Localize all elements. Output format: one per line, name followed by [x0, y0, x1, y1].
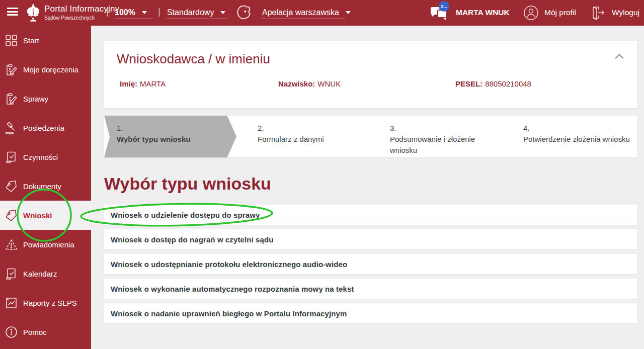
sidebar-item-label: Powiadomienia [23, 240, 74, 249]
wizard-step-3: 3. Podsumowanie i złożenie wniosku [390, 123, 480, 156]
sidebar-item-label: Raporty z SLPS [23, 299, 77, 307]
option-label: Wniosek o udzielenie dostępu do sprawy [111, 211, 260, 219]
sidebar-item-posiedzenia[interactable]: Posiedzenia [0, 113, 91, 142]
zoom-value: 100% [115, 8, 135, 17]
applicant-panel-title: Wnioskodawca / w imieniu [117, 51, 270, 67]
step-label: Wybór typu wniosku [117, 135, 190, 143]
chevron-down-icon [142, 11, 147, 14]
wizard-steps: 1. Wybór typu wniosku 2. Formularz z dan… [104, 116, 637, 157]
sidebar-item-wnioski[interactable]: Wnioski [0, 201, 91, 230]
clipboard-pencil-icon [5, 92, 18, 106]
step-label: Formularz z danymi [258, 135, 324, 143]
eagle-emblem-icon [26, 2, 41, 23]
step-label: Podsumowanie i złożenie wniosku [390, 135, 475, 154]
applicant-panel: Wnioskodawca / w imieniu Imię:MARTA Nazw… [104, 41, 637, 108]
chevron-down-icon [220, 11, 225, 14]
messages-icon: 2... [431, 4, 450, 21]
profile-label: Mój profil [544, 8, 576, 17]
option-wniosek-o-udzielenie-dostepu-do-sprawy[interactable]: Wniosek o udzielenie dostępu do sprawy [104, 205, 637, 225]
tag-icon [5, 209, 18, 222]
step-number: 4. [523, 123, 639, 134]
field-nazwisko: Nazwisko:WNUK [278, 79, 341, 88]
sidebar-item-label: Sprawy [23, 95, 48, 103]
field-label: PESEL: [455, 79, 482, 88]
step-number: 3. [390, 123, 480, 134]
sidebar-nav: Start Moje doręczenia Sprawy [0, 26, 91, 349]
page-title: Wybór typu wniosku [104, 174, 271, 194]
sidebar-item-label: Moje doręczenia [23, 65, 78, 74]
poland-map-icon [234, 4, 253, 22]
option-wniosek-o-dostep-do-nagran[interactable]: Wniosek o dostęp do nagrań w czytelni są… [104, 229, 637, 249]
step-number: 1. [117, 123, 227, 134]
option-wniosek-o-udostepnianie-protokolu[interactable]: Wniosek o udostępnianie protokołu elektr… [104, 254, 637, 274]
logout-button[interactable]: Wyloguj [590, 3, 639, 22]
chart-icon [5, 296, 18, 310]
profile-button[interactable]: Mój profil [523, 3, 576, 22]
messages-button[interactable]: 2... MARTA WNUK [431, 3, 510, 22]
sidebar-item-raporty-z-slps[interactable]: Raporty z SLPS [0, 288, 91, 317]
logout-label: Wyloguj [612, 8, 639, 17]
document-check-icon [5, 267, 18, 281]
sidebar-item-label: Dokumenty [23, 182, 61, 191]
sidebar-item-label: Czynności [23, 153, 58, 161]
field-label: Imię: [120, 79, 137, 88]
option-wniosek-o-rozpoznanie-mowy[interactable]: Wniosek o wykonanie automatycznego rozpo… [104, 279, 637, 299]
clipboard-pencil-icon [5, 63, 18, 76]
option-label: Wniosek o wykonanie automatycznego rozpo… [111, 285, 354, 293]
sidebar-item-start[interactable]: Start [0, 26, 91, 55]
grid-icon [5, 34, 18, 47]
wizard-step-1: 1. Wybór typu wniosku [117, 123, 227, 145]
profile-icon [523, 5, 539, 21]
field-label: Nazwisko: [278, 79, 315, 88]
wizard-step-4: 4. Potwierdzenie złożenia wniosku [523, 123, 639, 145]
step-label: Potwierdzenie złożenia wniosku [523, 135, 630, 143]
sidebar-item-label: Pomoc [23, 328, 47, 336]
field-value: MARTA [140, 79, 166, 88]
region-underline [261, 19, 345, 19]
info-circle-icon [5, 325, 18, 339]
collapse-chevron-up-icon[interactable] [615, 53, 624, 59]
tag-icon [5, 180, 18, 193]
warning-triangle-icon [5, 238, 18, 251]
option-label: Wniosek o nadanie uprawnień biegłego w P… [111, 309, 347, 318]
option-label: Wniosek o udostępnianie protokołu elektr… [111, 260, 347, 269]
sidebar-item-moje-doreczenia[interactable]: Moje doręczenia [0, 55, 91, 84]
step-number: 2. [258, 123, 368, 134]
top-header: Portal Informacyjny Sądów Powszechnych |… [0, 0, 644, 26]
sidebar-item-powiadomienia[interactable]: Powiadomienia [0, 230, 91, 259]
field-imie: Imię:MARTA [120, 79, 166, 88]
contrast-value: Standardowy [167, 8, 214, 17]
field-pesel: PESEL:88050210048 [455, 79, 531, 88]
messages-badge: 2... [439, 1, 449, 12]
sidebar-item-kalendarz[interactable]: Kalendarz [0, 259, 91, 288]
header-separator: | [158, 6, 160, 17]
contrast-dropdown[interactable]: Standardowy [167, 6, 225, 19]
field-value: 88050210048 [485, 79, 531, 88]
header-separator: | [106, 6, 109, 17]
contrast-underline [166, 19, 227, 19]
sidebar-item-dokumenty[interactable]: Dokumenty [0, 171, 91, 201]
document-check-icon [5, 150, 18, 164]
region-value: Apelacja warszawska [262, 8, 339, 17]
user-name: MARTA WNUK [456, 8, 510, 17]
sidebar-item-czynnosci[interactable]: Czynności [0, 142, 91, 171]
option-wniosek-o-uprawnienia-bieglego[interactable]: Wniosek o nadanie uprawnień biegłego w P… [104, 303, 637, 323]
hamburger-menu-icon[interactable] [7, 8, 18, 16]
sidebar-item-label: Wnioski [23, 211, 52, 220]
sidebar-item-label: Posiedzenia [23, 124, 64, 132]
sidebar-item-label: Kalendarz [23, 270, 57, 278]
logout-icon [590, 5, 606, 21]
field-value: WNUK [317, 79, 341, 88]
option-label: Wniosek o dostęp do nagrań w czytelni są… [111, 235, 273, 244]
region-dropdown[interactable]: Apelacja warszawska [262, 6, 351, 19]
gavel-icon [5, 121, 18, 135]
chevron-down-icon [346, 11, 351, 14]
wizard-step-2: 2. Formularz z danymi [258, 123, 368, 145]
zoom-underline [114, 19, 153, 19]
zoom-dropdown[interactable]: 100% [115, 6, 147, 19]
sidebar-item-label: Start [23, 36, 39, 45]
sidebar-item-sprawy[interactable]: Sprawy [0, 84, 91, 113]
sidebar-item-pomoc[interactable]: Pomoc [0, 317, 91, 346]
